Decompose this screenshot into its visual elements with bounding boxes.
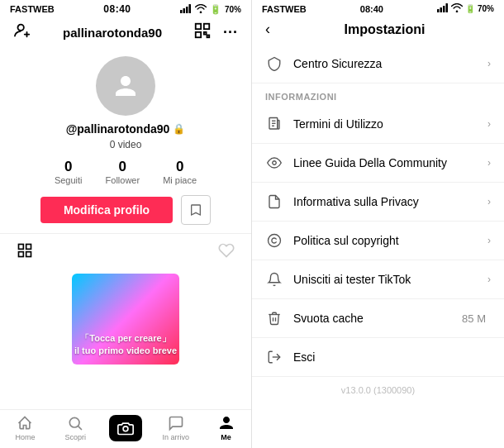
- content-tabs: [0, 233, 251, 267]
- cache-label: Svuota cache: [293, 312, 462, 325]
- exit-icon: [265, 348, 283, 366]
- svg-rect-12: [19, 252, 24, 257]
- svg-point-26: [269, 235, 281, 247]
- time-left: 08:40: [103, 3, 131, 15]
- wifi-icon-right: [451, 3, 463, 14]
- qr-icon[interactable]: [193, 21, 212, 43]
- follower-number: 0: [119, 159, 126, 175]
- battery-icon: 🔋: [210, 4, 221, 15]
- doc-icon: [265, 115, 283, 133]
- add-follow-icon[interactable]: [13, 21, 31, 43]
- right-top-nav: ‹ Impostazioni: [252, 17, 504, 45]
- handle-text: @pallinarotonda90: [66, 122, 170, 136]
- nav-me[interactable]: Me: [201, 415, 251, 441]
- handle-row: @pallinarotonda90 🔒: [66, 122, 186, 136]
- wifi-icon: [195, 4, 207, 15]
- time-right: 08:40: [360, 4, 383, 14]
- settings-item-privacy[interactable]: Informativa sulla Privacy ›: [252, 183, 504, 222]
- nav-camera[interactable]: [101, 415, 151, 441]
- svg-rect-18: [443, 6, 445, 12]
- grid-tab[interactable]: [17, 242, 33, 262]
- chevron-icon: ›: [487, 235, 491, 246]
- settings-item-terms[interactable]: Termini di Utilizzo ›: [252, 105, 504, 144]
- camera-button[interactable]: [109, 415, 142, 441]
- svg-rect-6: [204, 24, 209, 29]
- nav-icons-right: ···: [193, 21, 238, 43]
- svg-point-14: [70, 417, 80, 427]
- stat-follower: 0 Follower: [106, 159, 140, 185]
- copyright-icon: [265, 231, 283, 250]
- version-text: v13.0.0 (1300090): [252, 377, 504, 403]
- page-title: Impostazioni: [278, 22, 491, 37]
- settings-item-copyright[interactable]: Politica sul copyright ›: [252, 222, 504, 260]
- svg-rect-7: [196, 32, 201, 37]
- svg-rect-9: [207, 36, 209, 38]
- lock-icon: 🔒: [173, 123, 185, 135]
- avatar: [96, 56, 155, 116]
- settings-list: Centro Sicurezza › INFORMAZIONI Termini …: [252, 45, 504, 448]
- settings-item-community[interactable]: Linee Guida Della Community ›: [252, 144, 504, 183]
- svg-rect-17: [440, 7, 442, 12]
- carrier-left: FASTWEB: [10, 4, 55, 14]
- settings-item-tester[interactable]: Unisciti ai tester TikTok ›: [252, 260, 504, 299]
- username-display: pallinarotonda90: [63, 26, 162, 40]
- svg-rect-2: [186, 7, 188, 13]
- nav-home-label: Home: [15, 433, 35, 441]
- terms-label: Termini di Utilizzo: [293, 117, 487, 131]
- more-icon[interactable]: ···: [223, 24, 238, 41]
- left-panel: FASTWEB 08:40 🔋 70% pallinarotonda90 ···: [0, 0, 252, 448]
- copyright-label: Politica sul copyright: [293, 234, 487, 247]
- file-icon: [265, 193, 283, 211]
- carrier-right: FASTWEB: [262, 4, 307, 14]
- create-line2: il tuo primo video breve: [74, 345, 177, 356]
- chevron-icon: ›: [487, 118, 491, 130]
- bookmark-button[interactable]: [181, 195, 211, 225]
- svg-rect-21: [278, 121, 279, 130]
- nav-discover-label: Scopri: [64, 433, 86, 441]
- video-grid-area: 「Tocca per creare」 il tuo primo video br…: [0, 267, 251, 409]
- privacy-label: Informativa sulla Privacy: [293, 195, 487, 208]
- settings-item-security[interactable]: Centro Sicurezza ›: [252, 45, 504, 83]
- video-count: 0 video: [110, 139, 142, 150]
- security-label: Centro Sicurezza: [293, 57, 487, 70]
- settings-item-cache[interactable]: Svuota cache 85 M: [252, 299, 504, 338]
- create-line1: 「Tocca per creare」: [74, 332, 177, 344]
- nav-inbox-label: In arrivo: [163, 433, 190, 441]
- stats-row: 0 Seguiti 0 Follower 0 Mi piace: [55, 159, 197, 185]
- nav-inbox[interactable]: In arrivo: [150, 415, 201, 441]
- status-bar-right: FASTWEB 08:40 🔋70%: [252, 0, 504, 17]
- shield-icon: [265, 55, 283, 73]
- svg-rect-16: [437, 9, 440, 12]
- svg-rect-1: [183, 8, 185, 13]
- svg-rect-0: [180, 10, 183, 13]
- svg-rect-5: [196, 24, 201, 29]
- nav-home[interactable]: Home: [0, 415, 50, 441]
- eye-icon: [265, 154, 283, 172]
- svg-rect-11: [26, 245, 31, 250]
- battery-percent: 70%: [225, 5, 241, 14]
- bottom-nav: Home Scopri In arrivo Me: [0, 409, 251, 448]
- community-label: Linee Guida Della Community: [293, 156, 487, 169]
- profile-section: @pallinarotonda90 🔒 0 video 0 Seguiti 0 …: [0, 50, 251, 233]
- chevron-icon: ›: [487, 58, 491, 69]
- status-bar-left: FASTWEB 08:40 🔋 70%: [0, 0, 251, 18]
- create-video-card[interactable]: 「Tocca per creare」 il tuo primo video br…: [72, 274, 179, 365]
- bell-icon: [265, 270, 283, 288]
- create-card-text: 「Tocca per creare」 il tuo primo video br…: [74, 332, 177, 356]
- right-panel: FASTWEB 08:40 🔋70% ‹ Impostazioni Centro…: [252, 0, 504, 448]
- action-row: Modifica profilo: [40, 195, 211, 225]
- signal-icon-right: [437, 3, 449, 14]
- heart-tab[interactable]: [218, 242, 235, 262]
- nav-me-label: Me: [221, 433, 231, 441]
- nav-discover[interactable]: Scopri: [50, 415, 101, 441]
- cache-value: 85 M: [462, 312, 486, 325]
- edit-profile-button[interactable]: Modifica profilo: [40, 197, 173, 223]
- stat-mipiace: 0 Mi piace: [163, 159, 197, 185]
- svg-rect-3: [188, 4, 191, 13]
- top-nav-left: pallinarotonda90 ···: [0, 18, 251, 50]
- chevron-icon: ›: [487, 196, 491, 207]
- svg-rect-19: [445, 3, 448, 12]
- seguiti-number: 0: [64, 159, 72, 175]
- back-button[interactable]: ‹: [265, 21, 270, 38]
- settings-item-logout[interactable]: Esci: [252, 338, 504, 377]
